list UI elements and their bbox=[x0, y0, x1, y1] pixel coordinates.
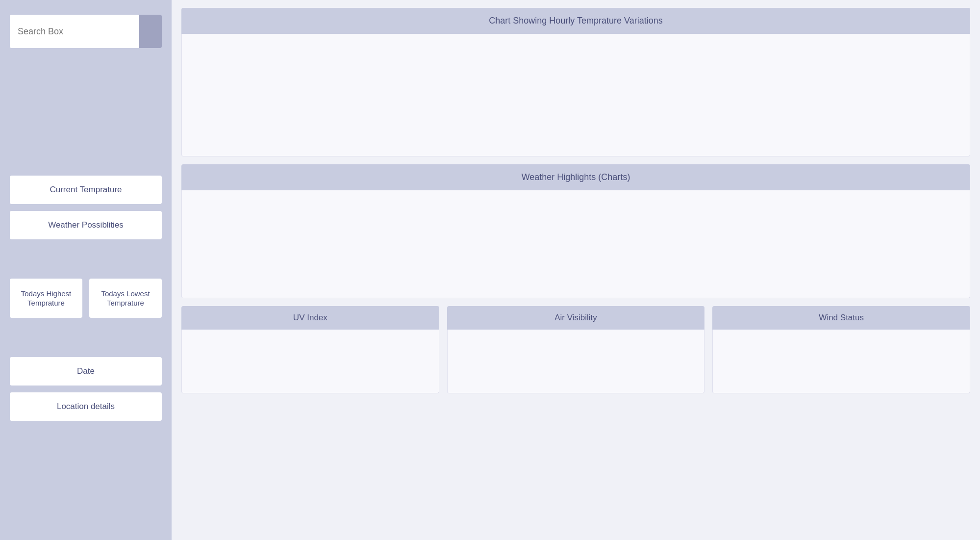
search-container bbox=[10, 15, 162, 48]
wind-status-body bbox=[712, 330, 970, 393]
sidebar: Current Temprature Weather Possiblities … bbox=[0, 0, 172, 540]
sidebar-section-temp-range: Todays Highest Temprature Todays Lowest … bbox=[10, 279, 162, 318]
stats-row: UV Index Air Visibility Wind Status bbox=[181, 306, 970, 393]
highlights-title: Weather Highlights (Charts) bbox=[522, 172, 630, 182]
location-button[interactable]: Location details bbox=[10, 392, 162, 421]
search-button[interactable] bbox=[139, 15, 162, 48]
highest-temp-button[interactable]: Todays Highest Temprature bbox=[10, 279, 82, 318]
uv-index-title: UV Index bbox=[293, 313, 327, 322]
air-visibility-header: Air Visibility bbox=[447, 306, 705, 330]
uv-index-body bbox=[181, 330, 439, 393]
lowest-temp-button[interactable]: Todays Lowest Temprature bbox=[89, 279, 162, 318]
air-visibility-body bbox=[447, 330, 705, 393]
highlights-body bbox=[181, 190, 970, 298]
hourly-chart-title: Chart Showing Hourly Temprature Variatio… bbox=[489, 16, 663, 26]
highlights-section: Weather Highlights (Charts) bbox=[181, 164, 970, 298]
air-visibility-card: Air Visibility bbox=[447, 306, 705, 393]
sidebar-section-weather: Current Temprature Weather Possiblities bbox=[10, 176, 162, 239]
hourly-chart-section: Chart Showing Hourly Temprature Variatio… bbox=[181, 8, 970, 156]
hourly-chart-body bbox=[181, 34, 970, 156]
uv-index-header: UV Index bbox=[181, 306, 439, 330]
wind-status-title: Wind Status bbox=[819, 313, 864, 322]
main-content: Chart Showing Hourly Temprature Variatio… bbox=[172, 0, 980, 540]
current-temperature-button[interactable]: Current Temprature bbox=[10, 176, 162, 204]
hourly-chart-header: Chart Showing Hourly Temprature Variatio… bbox=[181, 8, 970, 34]
uv-index-card: UV Index bbox=[181, 306, 439, 393]
air-visibility-title: Air Visibility bbox=[554, 313, 597, 322]
highlights-header: Weather Highlights (Charts) bbox=[181, 164, 970, 190]
wind-status-header: Wind Status bbox=[712, 306, 970, 330]
search-input[interactable] bbox=[10, 15, 139, 48]
weather-possibilities-button[interactable]: Weather Possiblities bbox=[10, 211, 162, 239]
wind-status-card: Wind Status bbox=[712, 306, 970, 393]
date-button[interactable]: Date bbox=[10, 357, 162, 386]
sidebar-section-info: Date Location details bbox=[10, 357, 162, 421]
